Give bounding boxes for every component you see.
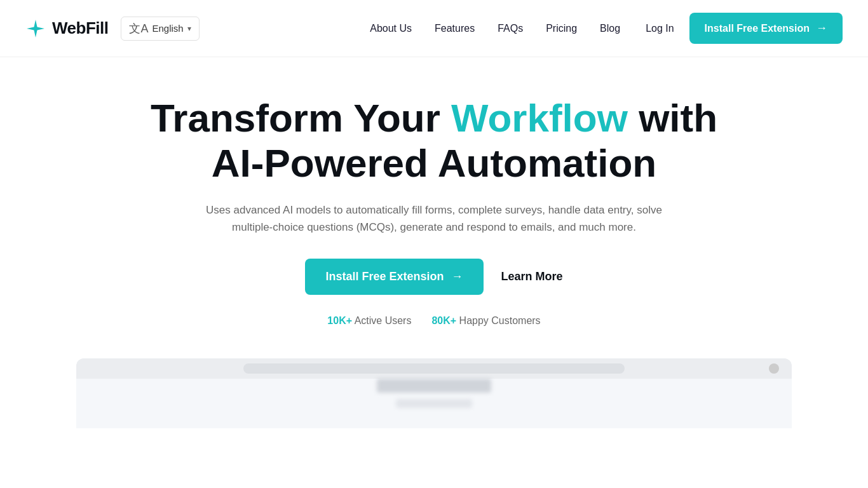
nav-links: About Us Features FAQs Pricing Blog xyxy=(370,23,620,34)
hero-arrow-icon: → xyxy=(452,270,463,283)
nav-link-pricing[interactable]: Pricing xyxy=(546,23,577,34)
hero-title: Transform Your Workflow with AI-Powered … xyxy=(151,95,717,186)
logo-text: WebFill xyxy=(52,18,108,38)
stat-happy-customers-count: 80K+ xyxy=(431,315,456,326)
install-extension-button-hero[interactable]: Install Free Extension → xyxy=(305,259,483,295)
hero-title-part1: Transform Your xyxy=(151,96,451,140)
arrow-icon: → xyxy=(816,22,827,35)
hero-section: Transform Your Workflow with AI-Powered … xyxy=(0,57,868,346)
nav-link-blog[interactable]: Blog xyxy=(600,23,620,34)
install-btn-nav-label: Install Free Extension xyxy=(705,23,810,34)
hero-title-part2: with xyxy=(628,96,717,140)
login-link[interactable]: Log In xyxy=(646,23,674,34)
nav-item-features[interactable]: Features xyxy=(435,23,475,34)
language-label: English xyxy=(152,23,183,34)
hero-title-line2: AI-Powered Automation xyxy=(212,141,656,185)
language-selector[interactable]: 文A English ▾ xyxy=(121,17,199,41)
hero-buttons: Install Free Extension → Learn More xyxy=(305,259,562,295)
nav-link-faqs[interactable]: FAQs xyxy=(498,23,523,34)
nav-item-about[interactable]: About Us xyxy=(370,23,412,34)
nav-item-faqs[interactable]: FAQs xyxy=(498,23,523,34)
preview-section xyxy=(76,358,792,428)
preview-sub-placeholder xyxy=(396,399,472,408)
preview-title-placeholder xyxy=(377,379,491,393)
logo[interactable]: WebFill xyxy=(25,18,108,39)
translate-icon: 文A xyxy=(129,21,148,36)
hero-subtitle: Uses advanced AI models to automatically… xyxy=(205,201,663,236)
install-btn-hero-label: Install Free Extension xyxy=(325,270,444,283)
stat-active-users: 10K+ Active Users xyxy=(327,315,411,327)
preview-content xyxy=(76,358,792,428)
nav-item-blog[interactable]: Blog xyxy=(600,23,620,34)
stats-row: 10K+ Active Users 80K+ Happy Customers xyxy=(327,315,540,327)
nav-link-features[interactable]: Features xyxy=(435,23,475,34)
learn-more-link[interactable]: Learn More xyxy=(501,270,563,283)
stat-active-users-label: Active Users xyxy=(352,315,411,326)
nav-link-about[interactable]: About Us xyxy=(370,23,412,34)
stat-happy-customers-label: Happy Customers xyxy=(456,315,541,326)
navbar: WebFill 文A English ▾ About Us Features F… xyxy=(0,0,868,57)
nav-item-pricing[interactable]: Pricing xyxy=(546,23,577,34)
stat-active-users-count: 10K+ xyxy=(327,315,352,326)
stat-happy-customers: 80K+ Happy Customers xyxy=(431,315,540,327)
install-extension-button-nav[interactable]: Install Free Extension → xyxy=(689,13,843,44)
logo-icon xyxy=(25,18,46,39)
hero-title-highlight: Workflow xyxy=(451,96,628,140)
chevron-down-icon: ▾ xyxy=(187,24,191,33)
nav-right: Log In Install Free Extension → xyxy=(646,13,843,44)
